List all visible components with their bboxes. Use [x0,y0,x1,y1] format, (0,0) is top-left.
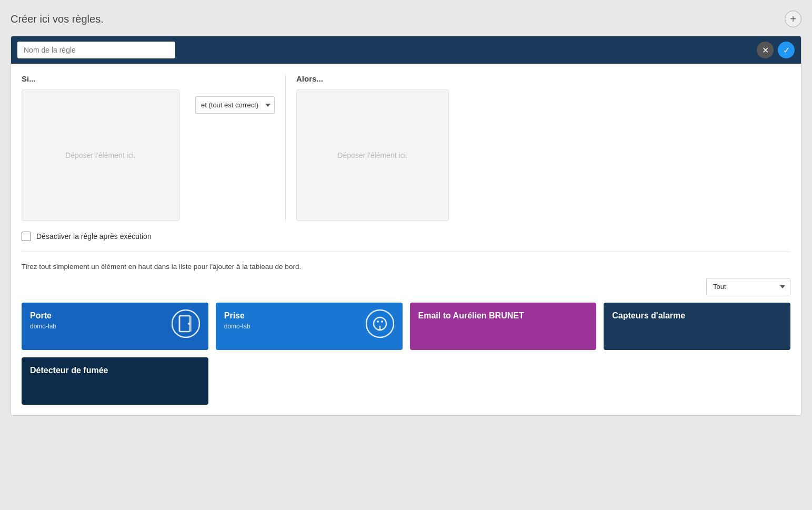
tile-email-title: Email to Aurélien BRUNET [418,311,588,321]
operator-select-wrapper[interactable]: et (tout est correct) ou (l'un est corre… [195,96,275,114]
tile-porte[interactable]: Porte domo-lab [22,303,208,350]
svg-point-4 [188,323,190,325]
disable-label-text: Désactiver la règle après exécution [36,232,152,241]
door-icon [172,309,200,343]
header-actions: ✕ ✓ [757,42,795,58]
rule-header: ✕ ✓ [11,36,801,64]
svg-point-0 [172,310,199,337]
alors-column: Alors... Déposer l'élément ici. [285,74,790,221]
svg-point-5 [366,310,394,337]
operator-column: et (tout est correct) ou (l'un est corre… [185,74,285,221]
disable-row: Désactiver la règle après exécution [22,232,790,241]
conditions-area: Si... Déposer l'élément ici. et (tout es… [22,74,790,221]
cancel-button[interactable]: ✕ [757,42,774,58]
add-rule-button[interactable]: + [785,11,801,27]
plug-icon [366,309,394,343]
filter-wrapper[interactable]: Tout Capteurs Actions Email [706,278,790,295]
alors-drop-zone[interactable]: Déposer l'élément ici. [296,89,449,221]
si-label: Si... [22,74,185,83]
filter-select[interactable]: Tout Capteurs Actions Email [706,278,790,295]
tile-capteurs-alarme[interactable]: Capteurs d'alarme [604,303,790,350]
tile-detecteur-fumee[interactable]: Détecteur de fumée [22,357,208,405]
tile-prise[interactable]: Prise domo-lab [216,303,403,350]
confirm-button[interactable]: ✓ [778,42,795,58]
tile-capteurs-alarme-title: Capteurs d'alarme [612,311,782,321]
divider [22,252,790,252]
svg-point-7 [377,321,379,323]
rule-name-input[interactable] [17,42,175,58]
tile-detecteur-fumee-title: Détecteur de fumée [30,366,200,375]
disable-checkbox[interactable] [22,232,31,241]
tile-email[interactable]: Email to Aurélien BRUNET [410,303,597,350]
alors-drop-text: Déposer l'élément ici. [337,151,407,159]
rule-editor: ✕ ✓ Si... Déposer l'élément ici. et (tou… [11,36,801,416]
alors-label: Alors... [296,74,790,83]
drag-hint: Tirez tout simplement un élément en haut… [22,263,790,271]
tiles-grid: Porte domo-lab Prise domo-lab [22,303,790,405]
si-drop-text: Déposer l'élément ici. [65,151,135,159]
rule-body: Si... Déposer l'élément ici. et (tout es… [11,64,801,415]
svg-point-8 [381,321,383,323]
page-title-text: Créer ici vos règles. [11,13,104,25]
page-title-bar: Créer ici vos règles. + [11,11,801,27]
svg-rect-2 [190,316,192,332]
operator-select[interactable]: et (tout est correct) ou (l'un est corre… [195,96,275,114]
si-column: Si... Déposer l'élément ici. [22,74,185,221]
disable-label-row: Désactiver la règle après exécution [22,232,790,241]
filter-row: Tout Capteurs Actions Email [22,278,790,295]
si-drop-zone[interactable]: Déposer l'élément ici. [22,89,179,221]
